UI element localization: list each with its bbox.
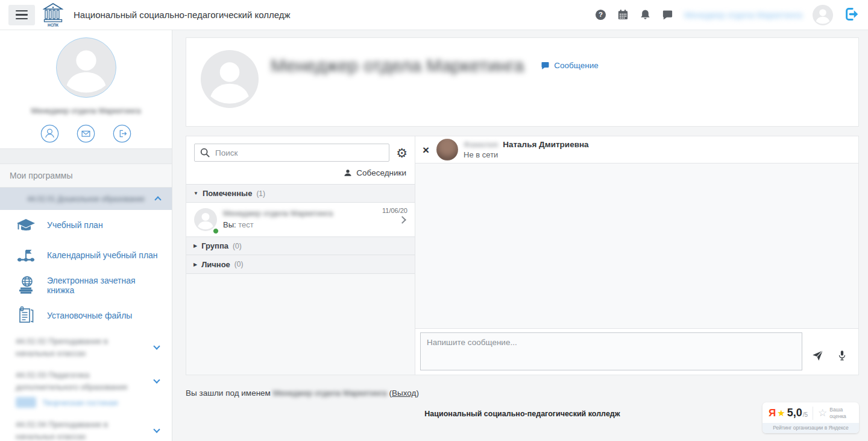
search-input[interactable] — [194, 144, 389, 162]
send-message-link[interactable]: Сообщение — [541, 61, 598, 70]
program-sub-icon — [16, 397, 36, 408]
sidebar-item-calendar-curriculum[interactable]: Календарный учебный план — [0, 240, 172, 270]
triangle-right-icon — [193, 243, 197, 249]
chat-contact-status: Не в сети — [464, 150, 589, 159]
site-title: Национальный социально-педагогический ко… — [74, 10, 291, 20]
footer-college-name: Национальный социально-педагогический ко… — [186, 410, 859, 418]
chevron-down-icon — [153, 343, 160, 349]
user-silhouette-icon — [57, 38, 116, 97]
graduation-cap-icon — [15, 214, 37, 236]
contacts-empty-area — [186, 274, 415, 375]
section-count: (0) — [233, 242, 242, 250]
messenger: Собеседники Помеченные (1) — [186, 136, 859, 375]
globe-books-icon — [15, 274, 37, 296]
topbar: НСПК Национальный социально-педагогическ… — [0, 0, 868, 30]
close-icon[interactable] — [421, 144, 431, 156]
sidebar-item-program-3[interactable]: 44.02.03 Педагогика дополнительного обра… — [0, 364, 172, 414]
svg-text:?: ? — [599, 11, 603, 18]
sidebar-item-label: Календарный учебный план — [47, 250, 158, 260]
online-status-dot — [213, 228, 219, 234]
user-silhouette-icon — [813, 5, 833, 25]
send-message-label: Сообщение — [554, 61, 598, 70]
sidebar-item-setup-files[interactable]: Установочные файлы — [0, 300, 172, 331]
program-label: 44.02.03 Педагогика дополнительного обра… — [16, 369, 145, 393]
last-message-text: тест — [238, 220, 254, 229]
sidebar-item-label: Учебный план — [47, 220, 103, 230]
gear-icon[interactable] — [395, 147, 409, 159]
triangle-down-icon — [193, 191, 198, 196]
milestones-icon — [15, 244, 37, 266]
sidebar-divider-strip — [0, 148, 172, 164]
active-program-label: 44.02.01 Дошкольное образование — [27, 195, 145, 203]
logout-icon-button[interactable] — [843, 6, 860, 24]
sidebar-item-label: Установочные файлы — [47, 311, 132, 320]
sidebar-item-gradebook[interactable]: Электронная зачетная книжка — [0, 270, 172, 300]
logged-in-line: Вы зашли под именем Менеджер отдела Марк… — [186, 389, 859, 398]
logout-icon — [843, 6, 860, 22]
calendar-icon[interactable] — [617, 9, 629, 21]
contacts-toggle[interactable]: Собеседники — [186, 163, 415, 184]
profile-circle-icon[interactable] — [40, 124, 59, 143]
sidebar-avatar — [56, 37, 116, 98]
user-silhouette-icon — [201, 50, 259, 108]
college-logo[interactable]: НСПК — [43, 3, 63, 27]
sidebar-item-program-2[interactable]: 44.02.02 Преподавание в начальных класса… — [0, 331, 172, 364]
section-label: Помеченные — [203, 189, 252, 198]
chat-contact-name: Наталья Дмитриевна — [503, 140, 588, 149]
message-bubble-icon — [541, 61, 550, 70]
badge-caption: Рейтинг организации в Яндексе — [763, 423, 859, 433]
notifications-icon[interactable] — [640, 9, 652, 21]
contacts-icon — [344, 169, 352, 177]
chat-panel: Фамилия Наталья Дмитриевна Не в сети — [415, 136, 858, 375]
last-message-prefix: Вы: — [223, 220, 236, 229]
contacts-label: Собеседники — [356, 168, 406, 177]
conversation-list-item[interactable]: Менеджер отдела Маркетинга Вы: тест 11/0… — [186, 203, 415, 236]
profile-avatar — [201, 50, 259, 108]
search-icon — [200, 147, 210, 160]
triangle-right-icon — [193, 262, 197, 267]
email-circle-icon[interactable] — [77, 124, 95, 143]
sidebar-item-program-4[interactable]: 44.02.04 Преподавание в начальных класса… — [0, 414, 172, 441]
section-count: (1) — [256, 189, 265, 198]
your-rating-label[interactable]: Ваша оценка — [829, 407, 850, 419]
rating-scale: /5 — [803, 411, 808, 418]
sidebar: Менеджер отдела Маркетинга — [0, 30, 172, 441]
section-private[interactable]: Личное (0) — [186, 255, 415, 274]
section-count: (0) — [234, 260, 244, 268]
microphone-icon[interactable] — [837, 349, 848, 364]
chat-messages-area — [415, 163, 858, 328]
section-label: Группа — [201, 241, 228, 250]
sidebar-item-active-program[interactable]: 44.02.01 Дошкольное образование — [0, 188, 172, 210]
section-starred[interactable]: Помеченные (1) — [186, 184, 415, 203]
logged-in-prefix: Вы зашли под именем — [186, 389, 271, 398]
chat-contact-avatar — [436, 139, 458, 160]
topbar-username[interactable]: Менеджер отдела Маркетинга — [684, 10, 802, 20]
hamburger-menu-button[interactable] — [8, 5, 35, 25]
logout-circle-icon[interactable] — [113, 124, 131, 143]
college-logo-icon: НСПК — [43, 3, 63, 27]
send-icon[interactable] — [811, 349, 824, 364]
chevron-down-icon — [153, 426, 160, 433]
program-label: 44.02.02 Преподавание в начальных класса… — [16, 335, 145, 360]
sidebar-profile-name: Менеджер отдела Маркетинга — [0, 106, 172, 115]
yandex-rating-badge[interactable]: Я ★ 5,0 /5 ☆ Ваша оценка Рейтинг организ… — [763, 402, 859, 433]
sidebar-item-label: Электронная зачетная книжка — [47, 276, 162, 295]
yandex-logo-letter: Я — [769, 407, 776, 419]
conversation-date: 11/06/20 — [382, 207, 407, 214]
page: НСПК Национальный социально-педагогическ… — [0, 0, 868, 441]
sidebar-item-curriculum[interactable]: Учебный план — [0, 210, 172, 240]
user-silhouette-icon — [194, 208, 217, 231]
topbar-avatar[interactable] — [813, 5, 833, 25]
program-sub-label: Творческая гостиная — [42, 398, 118, 407]
star-filled-icon: ★ — [777, 408, 785, 419]
documents-icon — [15, 305, 37, 326]
section-group[interactable]: Группа (0) — [186, 236, 415, 255]
messages-icon[interactable] — [662, 9, 674, 21]
chevron-up-icon — [154, 196, 161, 203]
programs-header: Мои программы — [0, 164, 172, 188]
chevron-right-icon — [398, 216, 406, 224]
message-input[interactable] — [420, 332, 802, 370]
help-icon[interactable]: ? — [595, 9, 607, 21]
logout-link[interactable]: Выход — [392, 389, 416, 398]
conversation-avatar — [194, 208, 217, 231]
